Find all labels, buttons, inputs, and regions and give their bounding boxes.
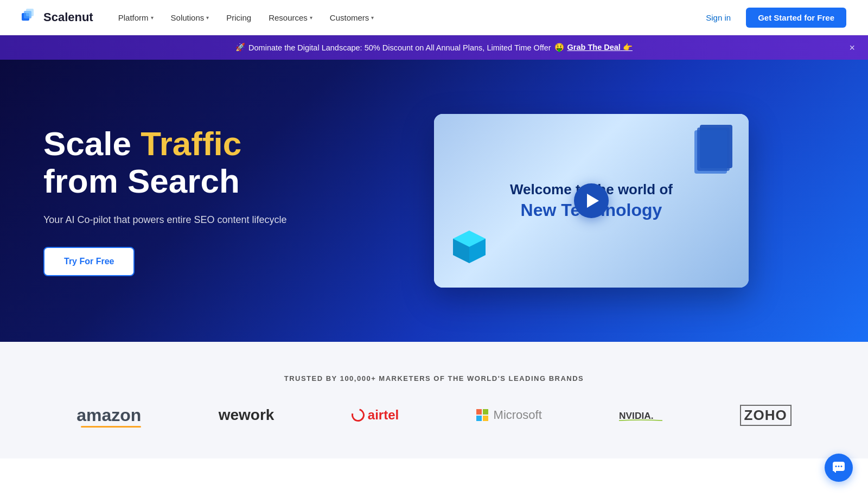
nav-item-pricing[interactable]: Pricing (219, 9, 259, 27)
wework-logo: wework (219, 406, 275, 424)
nav-item-resources[interactable]: Resources ▾ (261, 9, 320, 27)
wework-brand-text: wework (219, 406, 275, 424)
navbar: Scalenut Platform ▾ Solutions ▾ Pricing … (0, 0, 868, 35)
amazon-logo: amazon (76, 405, 141, 425)
hero-title-suffix: from Search (43, 162, 240, 200)
hero-title-highlight: Traffic (141, 125, 241, 162)
hero-content: Scale Traffic from Search Your AI Co-pil… (43, 125, 326, 276)
zoho-brand-text: ZOHO (740, 405, 792, 426)
banner-deal-link[interactable]: Grab The Deal 👉 (567, 43, 633, 52)
hero-title-prefix: Scale (43, 125, 141, 162)
logo[interactable]: Scalenut (22, 9, 93, 26)
banner-money-emoji: 🤑 (554, 43, 564, 52)
nav-item-customers[interactable]: Customers ▾ (322, 9, 382, 27)
banner-close-button[interactable]: × (849, 42, 855, 53)
svg-rect-2 (26, 9, 34, 16)
hero-title: Scale Traffic from Search (43, 125, 326, 199)
cube-decoration-icon (450, 228, 488, 266)
navbar-left: Scalenut Platform ▾ Solutions ▾ Pricing … (22, 9, 381, 27)
chevron-down-icon: ▾ (310, 15, 312, 21)
microsoft-logo: Microsoft (476, 408, 542, 422)
banner-rocket-emoji: 🚀 (235, 43, 245, 52)
airtel-swoosh-icon (349, 406, 367, 424)
svg-rect-9 (697, 128, 730, 171)
nvidia-logo-svg: NVIDIA. (619, 404, 662, 426)
banner-text: Dominate the Digital Landscape: 50% Disc… (248, 43, 551, 52)
microsoft-brand: Microsoft (476, 408, 542, 422)
video-card[interactable]: Welcome to the world of New Te chnology (434, 114, 749, 288)
hero-subtitle: Your AI Co-pilot that powers entire SEO … (43, 213, 326, 227)
nvidia-logo: NVIDIA. (619, 404, 662, 426)
brand-logos-row: amazon wework airtel Microsoft (43, 404, 825, 426)
microsoft-brand-text: Microsoft (494, 408, 542, 422)
chevron-down-icon: ▾ (371, 15, 374, 21)
shape-decoration-icon (694, 125, 738, 179)
airtel-brand: airtel (352, 407, 399, 423)
zoho-logo: ZOHO (740, 405, 792, 426)
svg-text:NVIDIA.: NVIDIA. (619, 410, 654, 421)
video-play-button[interactable] (574, 183, 609, 218)
amazon-brand-text: amazon (76, 405, 141, 425)
microsoft-grid-icon (476, 409, 488, 421)
navbar-right: Sign in Get Started for Free (699, 8, 846, 28)
chevron-down-icon: ▾ (151, 15, 154, 21)
nav-resources-label: Resources (269, 13, 308, 22)
get-started-button[interactable]: Get Started for Free (746, 8, 846, 28)
try-for-free-button[interactable]: Try For Free (43, 247, 135, 276)
logo-text: Scalenut (43, 10, 93, 24)
nav-customers-label: Customers (330, 13, 369, 22)
hero-section: Scale Traffic from Search Your AI Co-pil… (0, 60, 868, 342)
nav-item-solutions[interactable]: Solutions ▾ (163, 9, 217, 27)
airtel-logo: airtel (352, 407, 399, 423)
nav-platform-label: Platform (118, 13, 149, 22)
nav-pricing-label: Pricing (226, 13, 251, 22)
sign-in-button[interactable]: Sign in (699, 9, 737, 27)
airtel-brand-text: airtel (368, 407, 399, 423)
logo-icon (22, 9, 39, 26)
promo-banner: 🚀 Dominate the Digital Landscape: 50% Di… (0, 35, 868, 60)
nav-item-platform[interactable]: Platform ▾ (111, 9, 161, 27)
chevron-down-icon: ▾ (206, 15, 209, 21)
trusted-section: TRUSTED BY 100,000+ MARKETERS OF THE WOR… (0, 342, 868, 458)
nvidia-brand: NVIDIA. (619, 404, 662, 426)
nav-solutions-label: Solutions (171, 13, 205, 22)
nav-links: Platform ▾ Solutions ▾ Pricing Resources… (111, 9, 382, 27)
hero-video-area: Welcome to the world of New Te chnology (358, 114, 825, 288)
trusted-label: TRUSTED BY 100,000+ MARKETERS OF THE WOR… (43, 374, 825, 383)
